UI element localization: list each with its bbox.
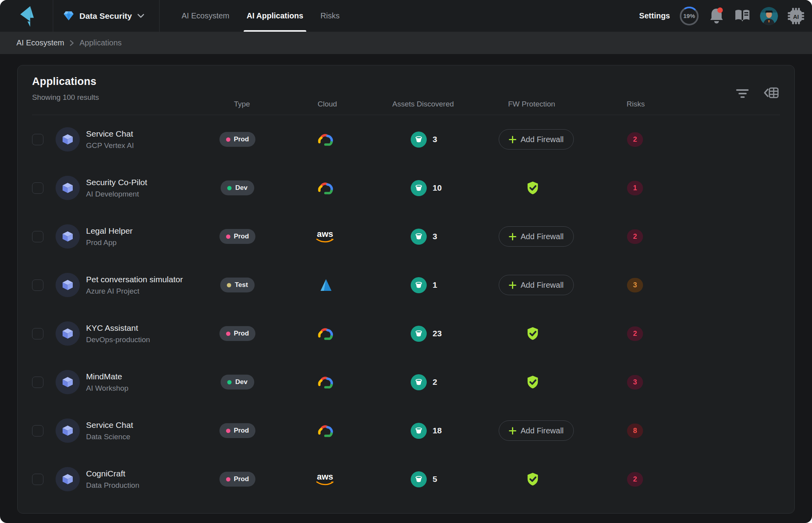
logo-icon bbox=[18, 4, 36, 28]
cloud-aws-cell: aws bbox=[272, 473, 378, 486]
cloud-gcp-icon bbox=[316, 326, 334, 341]
risk-count-badge[interactable]: 2 bbox=[627, 326, 643, 341]
cloud-azure-icon bbox=[318, 278, 332, 292]
risk-count-badge[interactable]: 3 bbox=[627, 278, 643, 292]
app-cube-icon bbox=[56, 176, 80, 200]
column-header-risks[interactable]: Risks bbox=[613, 100, 780, 115]
cloud-gcp-icon bbox=[316, 424, 334, 438]
column-header-cloud[interactable]: Cloud bbox=[272, 100, 378, 115]
table-row[interactable]: Security Co-Pilot AI Development Dev 10 … bbox=[32, 164, 780, 212]
app-subtitle: GCP Vertex AI bbox=[86, 141, 203, 150]
add-firewall-button[interactable]: Add Firewall bbox=[499, 275, 574, 295]
app-name[interactable]: KYC Assistant bbox=[86, 323, 203, 333]
assets-count: 18 bbox=[433, 426, 442, 435]
breadcrumb-parent[interactable]: AI Ecosystem bbox=[16, 38, 64, 47]
table-header: Applications Showing 100 results bbox=[32, 65, 780, 115]
row-checkbox[interactable] bbox=[32, 134, 43, 145]
add-firewall-button[interactable]: Add Firewall bbox=[499, 420, 574, 441]
row-checkbox[interactable] bbox=[32, 328, 43, 339]
cloud-gcp-icon bbox=[316, 181, 334, 195]
app-cube-icon bbox=[56, 321, 80, 346]
page-title: Applications bbox=[32, 76, 99, 88]
cloud-aws-cell: aws bbox=[272, 230, 378, 243]
cloud-gcp-cell bbox=[272, 424, 378, 438]
app-name[interactable]: CogniCraft bbox=[86, 469, 203, 478]
env-label: Prod bbox=[234, 427, 249, 435]
row-checkbox[interactable] bbox=[32, 231, 43, 242]
app-subtitle: AI Workshop bbox=[86, 384, 203, 393]
table-row[interactable]: Legal Helper Prod App Prod aws 3 Add Fir… bbox=[32, 212, 780, 261]
assets-count: 3 bbox=[433, 232, 437, 241]
product-switcher[interactable]: Data Security bbox=[53, 0, 159, 32]
row-checkbox[interactable] bbox=[32, 425, 43, 436]
app-name[interactable]: Service Chat bbox=[86, 129, 203, 139]
assets-count: 2 bbox=[433, 377, 437, 387]
app-window: Data Security AI EcosystemAI Application… bbox=[0, 0, 812, 523]
app-subtitle: Data Production bbox=[86, 481, 203, 490]
column-header-assets[interactable]: Assets Discovered bbox=[378, 100, 491, 115]
add-firewall-button[interactable]: Add Firewall bbox=[499, 129, 574, 150]
assets-bucket-icon bbox=[411, 471, 427, 487]
cloud-gcp-cell bbox=[272, 375, 378, 390]
assets-bucket-icon bbox=[411, 229, 427, 245]
add-firewall-button[interactable]: Add Firewall bbox=[499, 226, 574, 247]
usage-percent: 19% bbox=[679, 6, 699, 26]
ai-chip-icon[interactable]: AI bbox=[787, 7, 805, 25]
settings-link[interactable]: Settings bbox=[639, 11, 670, 20]
table-row[interactable]: CogniCraft Data Production Prod aws 5 2 bbox=[32, 455, 780, 503]
manage-columns-icon[interactable] bbox=[763, 86, 780, 101]
table-row[interactable]: Pet conversation simulator Azure AI Proj… bbox=[32, 261, 780, 309]
app-name[interactable]: Security Co-Pilot bbox=[86, 178, 203, 187]
breadcrumb: AI Ecosystem Applications bbox=[0, 32, 812, 54]
tab-risks[interactable]: Risks bbox=[319, 0, 341, 32]
risk-count-badge[interactable]: 8 bbox=[627, 424, 643, 438]
risk-count-badge[interactable]: 2 bbox=[627, 472, 643, 487]
table-row[interactable]: MindMate AI Workshop Dev 2 3 bbox=[32, 358, 780, 406]
tab-ai-ecosystem[interactable]: AI Ecosystem bbox=[180, 0, 231, 32]
env-badge: Prod bbox=[219, 229, 256, 244]
card-title-block: Applications Showing 100 results bbox=[32, 76, 99, 102]
env-dot-icon bbox=[227, 380, 232, 384]
assets-count: 3 bbox=[433, 135, 437, 144]
env-dot-icon bbox=[227, 186, 232, 190]
app-name[interactable]: Service Chat bbox=[86, 420, 203, 430]
env-badge: Dev bbox=[221, 180, 254, 195]
filter-icon[interactable] bbox=[735, 88, 750, 99]
row-checkbox[interactable] bbox=[32, 474, 43, 485]
user-avatar[interactable] bbox=[760, 7, 778, 25]
column-header-type[interactable]: Type bbox=[203, 100, 272, 115]
assets-count: 5 bbox=[433, 474, 437, 484]
risk-count-badge[interactable]: 1 bbox=[627, 181, 643, 195]
column-header-fw[interactable]: FW Protection bbox=[491, 100, 613, 115]
app-name[interactable]: MindMate bbox=[86, 372, 203, 381]
main-content: Applications Showing 100 results bbox=[0, 54, 812, 523]
row-checkbox[interactable] bbox=[32, 377, 43, 388]
env-dot-icon bbox=[227, 283, 231, 287]
ai-chip-label: AI bbox=[793, 13, 799, 20]
docs-book-icon[interactable] bbox=[734, 9, 751, 23]
chevron-down-icon bbox=[137, 14, 144, 18]
row-checkbox[interactable] bbox=[32, 280, 43, 291]
table-row[interactable]: Service Chat Data Science Prod 18 Add Fi… bbox=[32, 406, 780, 455]
table-row[interactable]: Service Chat GCP Vertex AI Prod 3 Add Fi… bbox=[32, 115, 780, 164]
risk-count-badge[interactable]: 2 bbox=[627, 229, 643, 244]
risk-count-badge[interactable]: 3 bbox=[627, 375, 643, 390]
env-badge: Prod bbox=[219, 326, 256, 341]
env-badge: Prod bbox=[219, 423, 256, 438]
risk-count-badge[interactable]: 2 bbox=[627, 132, 643, 147]
app-name[interactable]: Legal Helper bbox=[86, 226, 203, 236]
env-label: Prod bbox=[234, 330, 249, 337]
app-name[interactable]: Pet conversation simulator bbox=[86, 275, 203, 284]
app-cube-icon bbox=[56, 370, 80, 394]
nav-tabs: AI EcosystemAI ApplicationsRisks bbox=[180, 0, 341, 32]
usage-ring[interactable]: 19% bbox=[679, 6, 699, 26]
assets-bucket-icon bbox=[411, 423, 427, 439]
env-badge: Prod bbox=[219, 472, 256, 487]
plus-icon bbox=[509, 233, 516, 240]
app-logo[interactable] bbox=[0, 0, 53, 32]
env-badge: Prod bbox=[219, 132, 256, 147]
row-checkbox[interactable] bbox=[32, 182, 43, 194]
tab-ai-applications[interactable]: AI Applications bbox=[245, 0, 305, 32]
notification-bell-icon[interactable] bbox=[708, 7, 725, 25]
table-row[interactable]: KYC Assistant DevOps-production Prod 23 … bbox=[32, 309, 780, 358]
